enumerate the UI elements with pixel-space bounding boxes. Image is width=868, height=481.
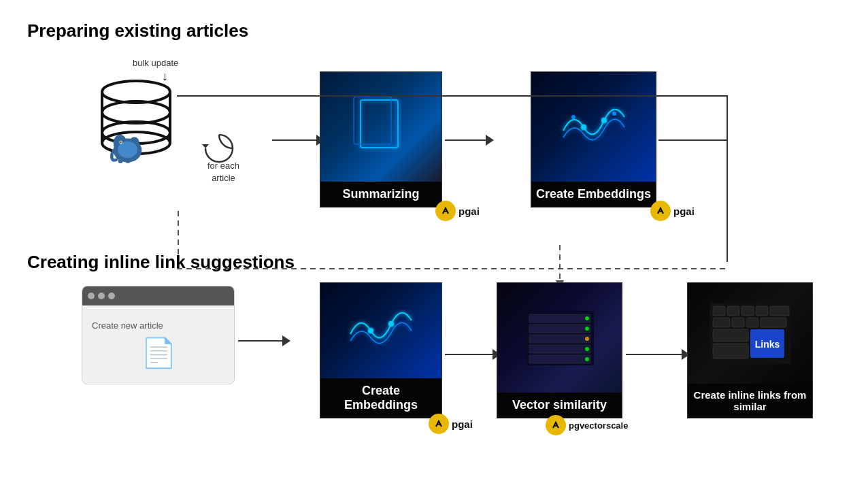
svg-text:Links: Links bbox=[754, 339, 780, 350]
svg-rect-45 bbox=[529, 355, 590, 363]
arrow-embed-to-vector bbox=[445, 349, 501, 360]
summarizing-image bbox=[320, 72, 441, 182]
pgai-icon-1 bbox=[435, 201, 456, 221]
embeddings-image-bottom bbox=[320, 283, 441, 378]
svg-rect-54 bbox=[713, 306, 725, 316]
svg-point-48 bbox=[585, 337, 589, 341]
pgai-badge-summarizing: pgai bbox=[435, 201, 480, 221]
links-label: Create inline links from similar bbox=[688, 384, 812, 418]
pgai-badge-bottom: pgai bbox=[429, 414, 473, 434]
links-box: Links Create inline links from similar bbox=[687, 282, 813, 418]
arrow-db-to-summarizing bbox=[272, 135, 324, 146]
window-dot-1 bbox=[88, 293, 95, 299]
embeddings-box-top: Create Embeddings bbox=[531, 71, 656, 208]
vector-image bbox=[497, 283, 622, 393]
pgai-icon-3 bbox=[429, 414, 449, 434]
svg-rect-44 bbox=[529, 345, 590, 353]
vector-similarity-box: Vector similarity bbox=[497, 282, 622, 418]
arrow-article-to-embed bbox=[238, 335, 290, 346]
svg-rect-42 bbox=[529, 325, 590, 333]
pgai-badge-embeddings: pgai bbox=[650, 201, 695, 221]
arrow-sum-to-embed bbox=[445, 135, 494, 146]
bottom-title: Creating inline link suggestions bbox=[27, 252, 841, 273]
corner-line-vertical bbox=[727, 95, 728, 262]
svg-point-24 bbox=[439, 205, 452, 217]
pgvs-label: pgvectorscale bbox=[569, 420, 628, 431]
svg-point-27 bbox=[601, 118, 607, 123]
summarizing-box: Summarizing bbox=[320, 71, 442, 208]
svg-point-50 bbox=[585, 357, 589, 361]
svg-rect-62 bbox=[761, 318, 786, 327]
svg-point-46 bbox=[585, 316, 589, 320]
svg-point-16 bbox=[120, 142, 122, 143]
svg-point-38 bbox=[433, 418, 445, 430]
svg-rect-18 bbox=[361, 100, 398, 148]
svg-rect-59 bbox=[713, 318, 730, 327]
svg-marker-17 bbox=[202, 144, 209, 148]
arrow-vector-to-links bbox=[626, 349, 690, 360]
svg-point-14 bbox=[118, 142, 137, 158]
svg-point-0 bbox=[102, 81, 170, 103]
svg-point-36 bbox=[368, 328, 373, 333]
top-section: Preparing existing articles bulk update … bbox=[27, 20, 841, 238]
svg-rect-66 bbox=[713, 344, 748, 359]
svg-point-49 bbox=[585, 347, 589, 351]
pgvs-icon bbox=[546, 415, 566, 435]
pgai-label-2: pgai bbox=[673, 205, 695, 217]
svg-rect-55 bbox=[727, 306, 739, 316]
svg-point-29 bbox=[612, 112, 616, 116]
svg-rect-57 bbox=[756, 306, 768, 316]
bulk-update-label: bulk update bbox=[133, 58, 178, 68]
embeddings-bottom-label: Create Embeddings bbox=[320, 378, 441, 418]
top-title: Preparing existing articles bbox=[27, 20, 841, 42]
corner-line-right bbox=[658, 139, 727, 141]
embeddings-box-bottom: Create Embeddings bbox=[320, 282, 442, 418]
svg-rect-65 bbox=[713, 329, 748, 342]
new-article-label: Create new article bbox=[92, 320, 163, 331]
links-image: Links bbox=[688, 283, 812, 384]
window-dot-2 bbox=[98, 293, 105, 299]
svg-rect-58 bbox=[770, 306, 789, 316]
main-container: Preparing existing articles bulk update … bbox=[0, 0, 868, 481]
svg-rect-41 bbox=[529, 314, 590, 322]
embeddings-image-top bbox=[531, 72, 656, 182]
pgai-icon-2 bbox=[650, 201, 671, 221]
vector-label: Vector similarity bbox=[497, 393, 622, 418]
window-titlebar bbox=[82, 286, 234, 305]
pgai-label-1: pgai bbox=[458, 205, 480, 217]
svg-rect-23 bbox=[354, 97, 391, 144]
dashed-arrow-down bbox=[553, 245, 554, 286]
window-body: Create new article 📄 bbox=[82, 305, 234, 384]
svg-point-30 bbox=[654, 205, 667, 217]
for-each-label: for eacharticle bbox=[207, 160, 239, 184]
svg-point-26 bbox=[581, 125, 586, 130]
bottom-section: Creating inline link suggestions Create … bbox=[27, 252, 841, 280]
window-dot-3 bbox=[108, 293, 115, 299]
svg-point-4 bbox=[102, 101, 170, 123]
svg-point-28 bbox=[571, 115, 575, 119]
svg-rect-43 bbox=[529, 335, 590, 343]
embeddings-top-label: Create Embeddings bbox=[531, 182, 656, 207]
pgai-label-3: pgai bbox=[452, 418, 473, 430]
svg-rect-56 bbox=[741, 306, 754, 316]
svg-point-47 bbox=[585, 327, 589, 331]
summarizing-label: Summarizing bbox=[320, 182, 441, 207]
document-icon: 📄 bbox=[141, 336, 176, 369]
database-icon bbox=[95, 75, 177, 166]
svg-point-51 bbox=[550, 419, 562, 431]
pgvectorscale-badge: pgvectorscale bbox=[546, 415, 628, 435]
corner-line-top bbox=[177, 95, 728, 97]
new-article-window: Create new article 📄 bbox=[82, 286, 235, 384]
svg-rect-61 bbox=[746, 318, 758, 327]
svg-point-37 bbox=[388, 321, 394, 327]
svg-rect-60 bbox=[732, 318, 744, 327]
